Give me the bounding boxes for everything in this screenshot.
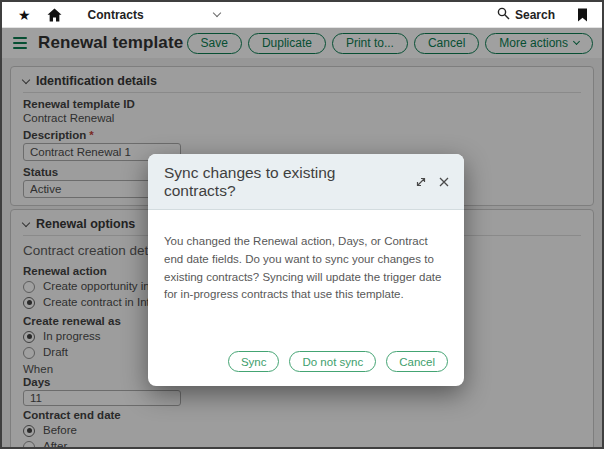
contracts-app-menu[interactable]: Contracts: [88, 8, 220, 22]
expand-dialog-icon[interactable]: [415, 176, 427, 188]
app-window: ★ Contracts Search Renewal template Save…: [0, 0, 604, 449]
close-icon[interactable]: [438, 176, 450, 188]
dialog-cancel-button[interactable]: Cancel: [386, 351, 448, 372]
contracts-app-label: Contracts: [88, 8, 144, 22]
dialog-message: You changed the Renewal action, Days, or…: [148, 210, 464, 304]
search-button[interactable]: Search: [497, 6, 555, 24]
sync-button[interactable]: Sync: [228, 351, 280, 372]
home-icon[interactable]: [47, 8, 62, 22]
do-not-sync-button[interactable]: Do not sync: [289, 351, 376, 372]
top-nav-bar: ★ Contracts Search: [2, 2, 602, 28]
dialog-header: Sync changes to existing contracts?: [148, 154, 464, 210]
dialog-buttons: Sync Do not sync Cancel: [148, 351, 464, 386]
sync-changes-dialog: Sync changes to existing contracts? You …: [148, 154, 464, 386]
dialog-title: Sync changes to existing contracts?: [164, 164, 404, 200]
bookmark-icon[interactable]: [577, 8, 588, 22]
favorites-star-icon[interactable]: ★: [18, 8, 31, 22]
search-label: Search: [515, 8, 555, 22]
chevron-down-icon: [212, 9, 220, 17]
search-icon: [497, 6, 510, 24]
